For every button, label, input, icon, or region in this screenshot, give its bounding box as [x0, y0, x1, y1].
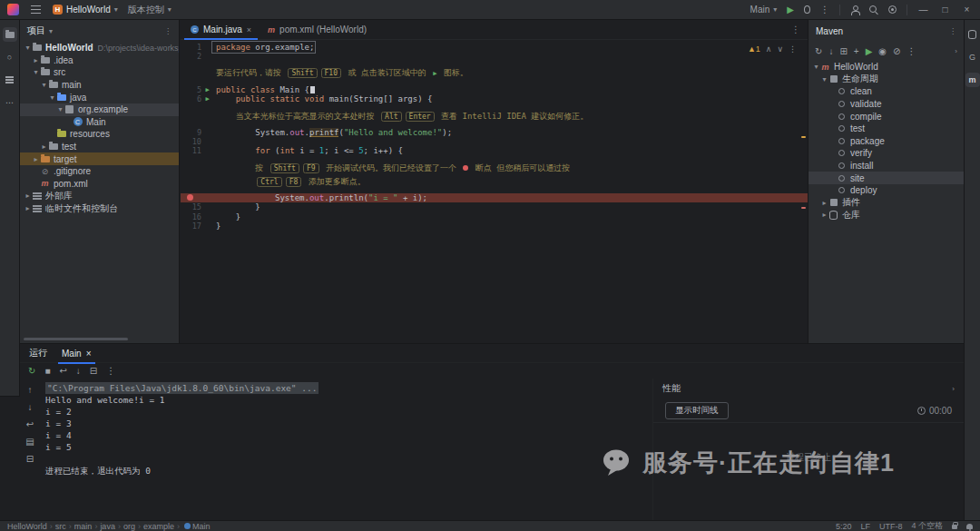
editor-line[interactable]: 要运行代码，请按 ShiftF10 或 点击装订区域中的 ▶ 图标。	[181, 68, 808, 80]
chevron-down-icon[interactable]: ▾	[40, 81, 48, 89]
run-line-icon[interactable]: ▶	[205, 94, 209, 103]
readonly-lock-icon[interactable]	[952, 525, 957, 529]
database-tool-button[interactable]	[965, 27, 980, 42]
editor-line[interactable]: 2	[181, 52, 808, 61]
console-line[interactable]: i = 2	[45, 406, 647, 418]
clear-icon[interactable]: ⊟	[90, 366, 97, 376]
project-tree-item[interactable]: ▸临时文件和控制台	[20, 202, 179, 215]
soft-wrap-icon[interactable]: ↩	[26, 419, 34, 429]
search-icon[interactable]	[869, 5, 878, 15]
run-line-icon[interactable]: ▶	[205, 85, 209, 94]
editor-gutter[interactable]: 5▶	[181, 85, 213, 94]
project-tree-item[interactable]: resources	[20, 128, 179, 141]
editor-line[interactable]: System.out.println("i = " + i);	[181, 193, 808, 202]
maven-tree-item[interactable]: package	[808, 135, 964, 148]
expand-all-icon[interactable]: ⊞	[839, 46, 847, 56]
chevron-right-icon[interactable]: ▸	[24, 204, 32, 212]
maximize-button[interactable]: □	[939, 5, 951, 15]
maven-tree-item[interactable]: verify	[808, 147, 964, 160]
editor-gutter[interactable]: 15	[181, 202, 213, 211]
editor-gutter[interactable]	[181, 162, 213, 174]
maven-tree-item[interactable]: deploy	[808, 184, 964, 197]
editor-line[interactable]: 17}	[181, 221, 808, 231]
editor-line[interactable]: 按 ShiftF9 开始调试代码。我们已经设置了一个 断点 但您稍后可以通过按	[181, 162, 808, 174]
editor-line[interactable]: 5▶public class Main {	[181, 85, 808, 94]
chevron-down-icon[interactable]: ▾	[56, 105, 64, 113]
debug-button[interactable]	[804, 5, 810, 14]
chevron-right-icon[interactable]: ▸	[32, 155, 40, 163]
settings-gear-icon[interactable]	[888, 5, 897, 14]
print-icon[interactable]: ▤	[25, 437, 34, 447]
scrollbar-warning-mark[interactable]	[801, 136, 806, 138]
editor-gutter[interactable]	[181, 176, 213, 188]
maven-tree-item[interactable]: ▸仓库	[808, 209, 964, 221]
project-tree-item[interactable]: CMain	[20, 116, 179, 129]
horizontal-scrollbar[interactable]	[24, 338, 128, 340]
scroll-to-end-icon[interactable]: ↓	[76, 366, 81, 376]
close-button[interactable]: ×	[961, 5, 973, 15]
console-line[interactable]: i = 4	[45, 429, 647, 441]
caret-position[interactable]: 5:20	[836, 522, 852, 531]
skip-tests-icon[interactable]: ⊘	[893, 46, 900, 56]
clear-icon[interactable]: ⊟	[26, 454, 34, 464]
project-widget[interactable]: H HelloWorld ▾	[53, 5, 118, 15]
chevron-down-icon[interactable]: ▾	[32, 68, 40, 76]
breadcrumb-item[interactable]: example	[143, 522, 174, 531]
soft-wrap-icon[interactable]: ↩	[59, 366, 66, 376]
console-line[interactable]: 进程已结束，退出代码为 0	[45, 465, 647, 477]
project-tree-item[interactable]: ▾HelloWorldD:\projects\idea-workspace-xa	[20, 42, 179, 54]
run-icon[interactable]: ▶	[866, 46, 873, 56]
breadcrumb-item[interactable]: org	[123, 522, 135, 531]
project-tree-item[interactable]: ▾java	[20, 91, 179, 103]
indent-style[interactable]: 4 个空格	[911, 520, 943, 531]
editor-line[interactable]: 9 System.out.printf("Hello and welcome!"…	[181, 128, 808, 137]
rerun-icon[interactable]: ↻	[28, 366, 35, 376]
editor-line[interactable]: 16 }	[181, 212, 808, 221]
breadcrumb-item[interactable]: HelloWorld	[7, 522, 47, 531]
line-separator[interactable]: LF	[860, 522, 870, 531]
maven-tree-item[interactable]: site	[808, 172, 964, 184]
chevron-right-icon[interactable]: ▸	[32, 56, 40, 64]
notifications-bell-icon[interactable]	[966, 524, 973, 529]
prev-problem-icon[interactable]: ∧	[766, 44, 772, 54]
project-tree-item[interactable]: ▾org.example	[20, 103, 179, 116]
console-line[interactable]	[45, 453, 647, 465]
maven-tree-item[interactable]: install	[808, 160, 964, 172]
inspection-menu-icon[interactable]: ⋮	[789, 44, 797, 54]
breakpoint-icon[interactable]	[187, 194, 193, 201]
editor-gutter[interactable]: 1	[181, 43, 213, 52]
breadcrumb-item[interactable]: java	[100, 522, 115, 531]
console-line[interactable]: Hello and welcome!i = 1	[45, 394, 647, 406]
project-tree-item[interactable]: ▾main	[20, 79, 179, 92]
editor-body[interactable]: 1package org.example;2要运行代码，请按 ShiftF10 …	[181, 40, 808, 343]
maven-tree-item[interactable]: test	[808, 123, 964, 135]
editor-gutter[interactable]: 10	[181, 137, 213, 146]
minimize-button[interactable]: —	[917, 5, 929, 15]
chevron-right-icon[interactable]: ▸	[820, 211, 828, 219]
chevron-down-icon[interactable]: ▾	[820, 75, 828, 84]
maven-tree-item[interactable]: ▸插件	[808, 197, 964, 210]
up-stack-icon[interactable]: ↑	[28, 385, 33, 395]
maven-tree-item[interactable]: clean	[808, 85, 964, 98]
gradle-tool-button[interactable]: G	[965, 50, 980, 64]
more-icon[interactable]: ⋮	[106, 366, 115, 376]
show-timeline-button[interactable]: 显示时间线	[665, 402, 729, 419]
project-tree-item[interactable]: mpom.xml	[20, 178, 179, 191]
project-tree-item[interactable]: ⊘.gitignore	[20, 165, 179, 178]
breadcrumb-item[interactable]: src	[55, 522, 66, 531]
more-run-actions-icon[interactable]: ⋮	[820, 5, 829, 15]
console-line[interactable]: i = 3	[45, 418, 647, 429]
project-tree-item[interactable]: ▾src	[20, 66, 179, 79]
editor-gutter[interactable]	[181, 193, 213, 202]
console-line[interactable]: i = 5	[45, 441, 647, 453]
inspections-widget[interactable]: ▲1 ∧ ∨ ⋮	[748, 44, 797, 54]
panel-options-icon[interactable]: ⋮	[164, 27, 172, 35]
project-tree-item[interactable]: ▸外部库	[20, 190, 179, 202]
chevron-right-icon[interactable]: ▸	[40, 143, 48, 151]
scrollbar-breakpoint-mark[interactable]	[801, 207, 806, 209]
chevron-down-icon[interactable]: ▾	[812, 63, 820, 71]
editor-line[interactable]: 11 for (int i = 1; i <= 5; i++) {	[181, 146, 808, 155]
console-line[interactable]: "C:\Program Files\Java\jdk1.8.0_60\bin\j…	[45, 382, 318, 394]
chevron-right-icon[interactable]: ▸	[820, 199, 828, 207]
run-tab-main[interactable]: Main ×	[58, 344, 95, 363]
